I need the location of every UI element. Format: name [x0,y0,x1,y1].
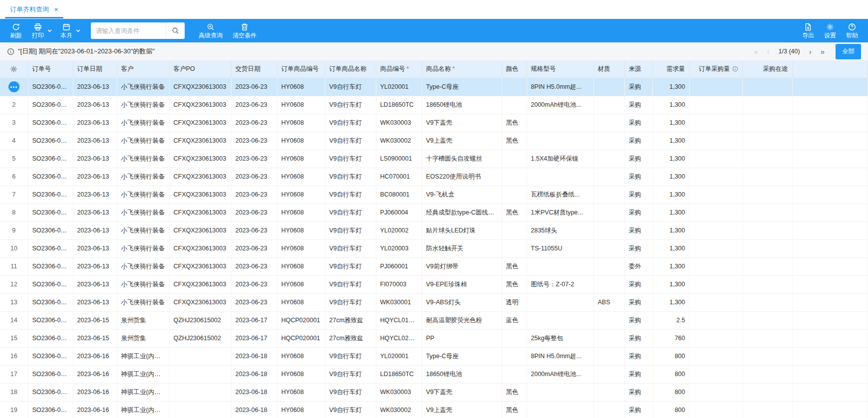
last-page-button[interactable]: » [821,48,825,55]
show-all-button[interactable]: 全部 [836,44,861,59]
cell-source: 采购 [624,275,652,293]
refresh-button[interactable]: 刷新 [5,19,27,42]
column-header-material[interactable]: 材质 [593,61,624,78]
cell-filler [792,114,868,132]
advanced-query-button[interactable]: 高级查询 [194,19,228,42]
table-row[interactable]: 5SO2306-00022023-06-13小飞侠骑行装备CFXQX230613… [0,150,868,168]
row-actions-button[interactable] [8,81,19,92]
table-row[interactable]: 14SO2306-00042023-06-15泉州货集QZHJ230615002… [0,311,868,329]
help-button[interactable]: 帮助 [841,19,863,42]
cell-order_purchase [689,186,742,204]
cell-purchase_transit [742,275,792,293]
next-page-button[interactable]: › [809,48,812,55]
row-number-cell[interactable] [0,78,28,96]
column-header-order_date[interactable]: 订单日期 [73,61,117,78]
tab-close-icon[interactable]: × [54,5,58,13]
period-dropdown-chevron-icon[interactable] [75,19,84,42]
cell-material [593,401,624,418]
cell-spec: 1.5X4加硬环保镍 [527,150,593,168]
table-row[interactable]: 10SO2306-00022023-06-13小飞侠骑行装备CFXQX23061… [0,239,868,257]
cell-order_purchase [689,114,742,132]
column-settings-button[interactable] [0,61,28,78]
cell-purchase_transit [742,221,792,239]
column-header-demand[interactable]: 需求量 [652,61,689,78]
column-header-purchase_transit[interactable]: 采购在途 [742,61,792,78]
cell-filler [792,401,868,418]
cell-order_product_name: 27cm雅致盆 [325,329,376,347]
settings-button[interactable]: 设置 [819,19,841,42]
cell-filler [792,311,868,329]
cell-order_no: SO2306-0002 [28,257,73,275]
cell-purchase_transit [742,365,792,383]
cell-delivery_date: 2023-06-23 [231,168,277,186]
prev-page-button[interactable]: ‹ [767,48,770,55]
table-row[interactable]: SO2306-00022023-06-13小飞侠骑行装备CFXQX2306130… [0,78,868,96]
row-number-cell: 3 [0,114,28,132]
cell-order_purchase [689,275,742,293]
table-row[interactable]: 8SO2306-00022023-06-13小飞侠骑行装备CFXQX230613… [0,204,868,221]
column-header-delivery_date[interactable]: 交货日期 [231,61,277,78]
column-header-product_code[interactable]: 商品编号* [376,61,422,78]
cell-material [593,96,624,114]
cell-customer_po: CFXQX230613003 [169,114,231,132]
print-dropdown-chevron-icon[interactable] [47,19,55,42]
clear-conditions-button[interactable]: 清空条件 [228,19,262,42]
table-row[interactable]: 2SO2306-00022023-06-13小飞侠骑行装备CFXQX230613… [0,96,868,114]
cell-order_purchase [689,168,742,186]
cell-purchase_transit [742,293,792,311]
tab-order-material-query[interactable]: 订单齐料查询 × [3,0,65,18]
table-row[interactable]: 7SO2306-00022023-06-13小飞侠骑行装备CFXQX230613… [0,186,868,204]
export-button[interactable]: 导出 [797,19,819,42]
column-header-order_purchase[interactable]: 订单采购量 [689,61,742,78]
cell-order_purchase [689,293,742,311]
column-header-customer_po[interactable]: 客户PO [169,61,231,78]
column-header-color[interactable]: 颜色 [502,61,527,78]
column-header-order_product_code[interactable]: 订单商品编号 [277,61,325,78]
table-row[interactable]: 4SO2306-00022023-06-13小飞侠骑行装备CFXQX230613… [0,132,868,150]
cell-material [593,329,624,347]
column-header-order_product_name[interactable]: 订单商品名称 [325,61,376,78]
table-row[interactable]: 18SO2306-000...2023-06-16神骐工业(内部使...2023… [0,383,868,401]
table-row[interactable]: 15SO2306-00042023-06-15泉州货集QZHJ230615002… [0,329,868,347]
cell-order_no: SO2306-0002 [28,293,73,311]
table-row[interactable]: 17SO2306-000...2023-06-16神骐工业(内部使...2023… [0,365,868,383]
table-row[interactable]: 16SO2306-000...2023-06-16神骐工业(内部使...2023… [0,347,868,365]
cell-order_date: 2023-06-13 [73,96,117,114]
clear-conditions-label: 清空条件 [233,32,257,38]
cell-order_no: SO2306-0004 [28,329,73,347]
table-row[interactable]: 9SO2306-00022023-06-13小飞侠骑行装备CFXQX230613… [0,221,868,239]
cell-order_product_name: V9自行车灯 [325,257,376,275]
cell-filler [792,347,868,365]
table-row[interactable]: 6SO2306-00022023-06-13小飞侠骑行装备CFXQX230613… [0,168,868,186]
cell-order_date: 2023-06-15 [73,329,117,347]
cell-customer: 神骐工业(内部使... [117,383,169,401]
search-input[interactable] [91,22,166,39]
cell-order_purchase [689,329,742,347]
cell-product_name: V9下盖壳 [422,114,502,132]
table-row[interactable]: 12SO2306-00022023-06-13小飞侠骑行装备CFXQX23061… [0,275,868,293]
period-button[interactable]: 本月 [55,19,77,42]
export-label: 导出 [802,32,814,38]
cell-filler [792,204,868,221]
search-button[interactable] [166,22,185,39]
table-row[interactable]: 19SO2306-000...2023-06-16神骐工业(内部使...2023… [0,401,868,418]
table-row[interactable]: 13SO2306-00022023-06-13小飞侠骑行装备CFXQX23061… [0,293,868,311]
column-header-customer[interactable]: 客户 [117,61,169,78]
row-number-cell: 10 [0,239,28,257]
print-button[interactable]: 打印 [27,19,49,42]
first-page-button[interactable]: « [754,48,758,55]
column-header-source[interactable]: 来源 [624,61,652,78]
column-header-spec[interactable]: 规格型号 [527,61,593,78]
column-header-order_no[interactable]: 订单号 [28,61,73,78]
cell-product_code: WK030002 [376,401,422,418]
printer-icon [34,23,42,31]
cell-customer: 小飞侠骑行装备 [117,168,169,186]
cell-source: 采购 [624,132,652,150]
cell-customer: 小飞侠骑行装备 [117,204,169,221]
cell-order_no: SO2306-0004 [28,311,73,329]
column-header-product_name[interactable]: 商品名称* [422,61,502,78]
table-row[interactable]: 3SO2306-00022023-06-13小飞侠骑行装备CFXQX230613… [0,114,868,132]
table-row[interactable]: 11SO2306-00022023-06-13小飞侠骑行装备CFXQX23061… [0,257,868,275]
cell-customer_po [169,383,231,401]
cell-product_code: FI070003 [376,275,422,293]
